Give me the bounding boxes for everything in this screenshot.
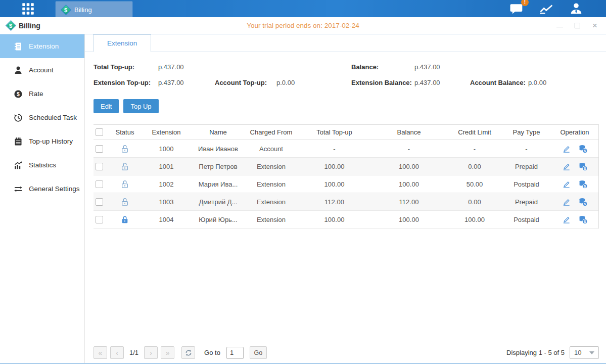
refresh-button[interactable] (181, 346, 195, 359)
history-clock-icon (14, 113, 23, 122)
minimize-button[interactable] (555, 22, 564, 30)
billing-app-tab[interactable]: $ Billing (56, 2, 132, 17)
column-header-status: Status (109, 128, 141, 136)
balance: - (371, 145, 447, 153)
sidebar-item-rate[interactable]: $ Rate (0, 82, 84, 106)
balance-label: Balance: (351, 63, 414, 71)
edit-row-button[interactable] (562, 198, 571, 206)
credit-limit: 0.00 (447, 198, 502, 206)
credit-limit: 50.00 (447, 180, 502, 188)
sidebar-item-label: Top-up History (29, 138, 73, 145)
extension-topup-label: Extension Top-up: (94, 79, 158, 86)
table-header: Status Extension Name Charged From Total… (94, 124, 598, 140)
lock-closed-icon (121, 215, 129, 224)
calendar-icon (14, 137, 23, 146)
billing-dollar-diamond-icon: $ (6, 20, 16, 31)
pagination-bar: « ‹ 1/1 › » Go to Go Displaying (94, 346, 599, 359)
app-launcher-button[interactable] (0, 0, 56, 17)
sidebar-item-label: Statistics (29, 161, 56, 169)
last-page-button[interactable]: » (161, 346, 174, 359)
sidebar-item-general-settings[interactable]: General Settings (0, 177, 84, 201)
sidebar-item-extension[interactable]: Extension (0, 34, 84, 58)
prev-page-button[interactable]: ‹ (110, 346, 124, 359)
balance: 100.00 (371, 180, 447, 188)
row-checkbox[interactable] (96, 145, 103, 153)
table-row: 1003 Дмитрий Д... Extension 112.00 112.0… (94, 193, 598, 211)
main-content: Extension Total Top-up: p.437.00 Extensi… (85, 34, 606, 364)
messages-button[interactable]: ! (509, 2, 524, 15)
pay-type: Postpaid (502, 180, 550, 188)
goto-page-input[interactable] (226, 347, 244, 359)
lock-open-icon (121, 144, 129, 154)
svg-text:$: $ (584, 149, 586, 153)
sidebar: Extension Account $ Rate (0, 34, 85, 364)
sidebar-item-topup-history[interactable]: Top-up History (0, 129, 84, 153)
extension-number: 1002 (141, 180, 192, 188)
maximize-button[interactable] (573, 22, 581, 30)
coins-dollar-icon: $ (578, 179, 588, 189)
goto-label: Go to (204, 349, 220, 356)
billing-tab-label: Billing (74, 6, 92, 14)
account-topup-label: Account Top-up: (215, 79, 276, 86)
table-row: 1000 Иван Иванов Account - - - - (94, 140, 598, 158)
sidebar-item-account[interactable]: Account (0, 58, 84, 82)
sidebar-item-label: General Settings (29, 185, 80, 193)
account-balance-label: Account Balance: (470, 79, 528, 86)
sidebar-item-scheduled-task[interactable]: Scheduled Task (0, 106, 84, 129)
pencil-icon (562, 162, 571, 171)
displaying-text: Displaying 1 - 5 of 5 (506, 349, 565, 356)
top-up-row-button[interactable]: $ (578, 179, 588, 189)
go-button[interactable]: Go (250, 346, 267, 359)
edit-row-button[interactable] (562, 180, 571, 189)
top-up-row-button[interactable]: $ (578, 215, 588, 224)
column-header-operation: Operation (550, 128, 599, 136)
edit-row-button[interactable] (562, 145, 571, 153)
page-indicator: 1/1 (129, 349, 138, 356)
total-topup: 100.00 (298, 163, 371, 170)
tab-extension[interactable]: Extension (93, 34, 151, 52)
balance: 112.00 (371, 198, 447, 206)
page-size-select[interactable]: 10 (570, 346, 599, 359)
lock-open-icon (121, 179, 129, 189)
edit-row-button[interactable] (562, 162, 571, 171)
close-button[interactable]: × (591, 22, 599, 30)
column-header-extension: Extension (141, 128, 192, 136)
total-topup-value: p.437.00 (158, 63, 184, 71)
page-size-value: 10 (574, 349, 581, 356)
edit-row-button[interactable] (562, 215, 571, 224)
credit-limit: - (447, 145, 502, 153)
select-all-checkbox[interactable] (96, 128, 103, 136)
sidebar-item-label: Scheduled Task (29, 114, 77, 121)
account-topup-value: p.0.00 (276, 79, 295, 86)
sidebar-item-label: Extension (29, 42, 59, 50)
pay-type: - (502, 145, 550, 153)
first-page-button[interactable]: « (94, 346, 107, 359)
row-checkbox[interactable] (96, 216, 103, 223)
refresh-icon (185, 349, 192, 356)
user-account-button[interactable] (570, 2, 583, 15)
extension-number: 1000 (141, 145, 192, 153)
top-up-row-button[interactable]: $ (578, 162, 588, 171)
user-icon (570, 2, 583, 15)
pay-type: Postpaid (502, 216, 550, 223)
row-checkbox[interactable] (96, 180, 103, 188)
total-topup: 100.00 (298, 216, 371, 223)
next-page-button[interactable]: › (144, 346, 158, 359)
sidebar-item-statistics[interactable]: Statistics (0, 153, 84, 177)
top-up-row-button[interactable]: $ (578, 144, 588, 154)
extension-topup-value: p.437.00 (158, 79, 215, 86)
top-up-button[interactable]: Top Up (123, 99, 158, 113)
svg-text:$: $ (584, 184, 586, 188)
lock-open-icon (121, 197, 129, 207)
svg-text:$: $ (17, 90, 20, 97)
table-row: 1001 Петр Петров Extension 100.00 100.00… (94, 158, 598, 175)
top-up-row-button[interactable]: $ (578, 197, 588, 207)
row-checkbox[interactable] (96, 163, 103, 170)
statistics-button[interactable] (539, 3, 554, 15)
credit-limit: 0.00 (447, 163, 502, 170)
line-chart-icon (539, 3, 554, 15)
edit-button[interactable]: Edit (94, 99, 119, 113)
top-bar: $ Billing ! (0, 0, 606, 17)
row-checkbox[interactable] (96, 198, 103, 206)
table-row: 1002 Мария Ива... Extension 100.00 100.0… (94, 175, 598, 193)
